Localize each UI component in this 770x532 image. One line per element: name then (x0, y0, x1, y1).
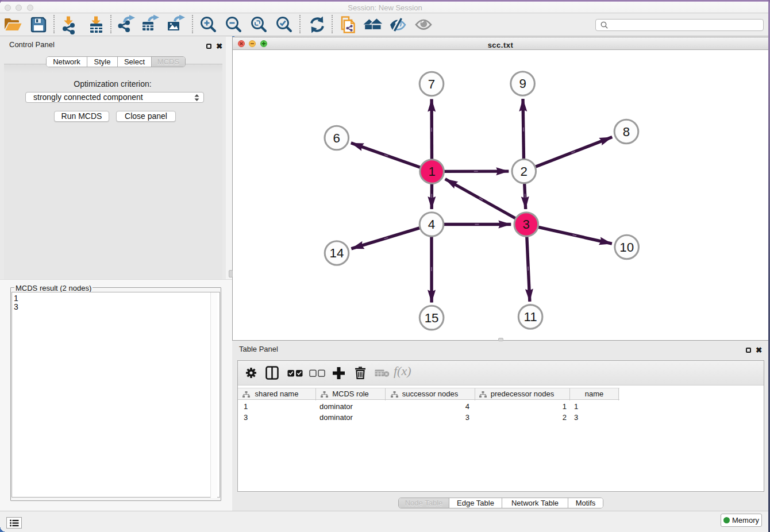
svg-text:2: 2 (521, 164, 528, 179)
svg-text:8: 8 (623, 125, 630, 139)
svg-text:15: 15 (425, 311, 439, 325)
svg-text:11: 11 (524, 310, 537, 324)
svg-text:10: 10 (619, 240, 634, 255)
svg-text:6: 6 (333, 131, 340, 145)
svg-text:14: 14 (330, 246, 344, 260)
svg-text:7: 7 (428, 77, 435, 91)
svg-text:1: 1 (428, 164, 435, 179)
svg-text:9: 9 (519, 76, 526, 91)
svg-text:3: 3 (523, 217, 530, 232)
svg-text:4: 4 (428, 217, 435, 232)
